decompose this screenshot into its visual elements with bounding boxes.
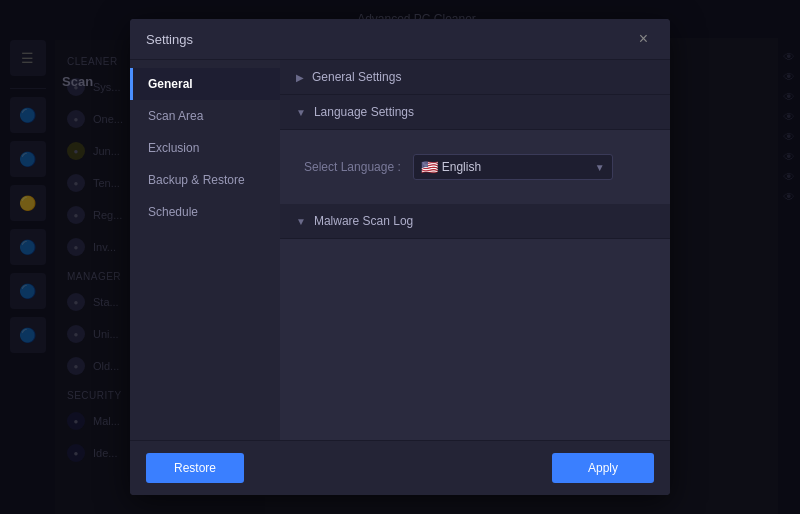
close-button[interactable]: ×: [633, 29, 654, 49]
language-settings-body: Select Language : 🇺🇸 English French Germ…: [280, 130, 670, 204]
language-select[interactable]: English French German Spanish Italian Po…: [413, 154, 613, 180]
malware-scan-log-chevron: ▼: [296, 216, 306, 227]
general-settings-label: General Settings: [312, 70, 401, 84]
general-settings-chevron: ▶: [296, 72, 304, 83]
malware-scan-log-body: [280, 239, 670, 359]
apply-button[interactable]: Apply: [552, 453, 654, 483]
settings-nav: General Scan Area Exclusion Backup & Res…: [130, 60, 280, 440]
language-settings-chevron: ▼: [296, 107, 306, 118]
settings-content: ▶ General Settings ▼ Language Settings S…: [280, 60, 670, 440]
nav-item-exclusion[interactable]: Exclusion: [130, 132, 280, 164]
settings-dialog: Settings × General Scan Area Exclusion B…: [130, 19, 670, 495]
modal-overlay: Settings × General Scan Area Exclusion B…: [0, 0, 800, 514]
language-settings-header[interactable]: ▼ Language Settings: [280, 95, 670, 130]
nav-item-schedule[interactable]: Schedule: [130, 196, 280, 228]
language-select-row: Select Language : 🇺🇸 English French Germ…: [300, 146, 650, 188]
malware-scan-log-header[interactable]: ▼ Malware Scan Log: [280, 204, 670, 239]
dialog-titlebar: Settings ×: [130, 19, 670, 60]
nav-item-scan-area[interactable]: Scan Area: [130, 100, 280, 132]
dialog-body: General Scan Area Exclusion Backup & Res…: [130, 60, 670, 440]
general-settings-header[interactable]: ▶ General Settings: [280, 60, 670, 95]
language-select-label: Select Language :: [304, 160, 401, 174]
nav-item-general[interactable]: General: [130, 68, 280, 100]
malware-scan-log-label: Malware Scan Log: [314, 214, 413, 228]
language-settings-label: Language Settings: [314, 105, 414, 119]
nav-item-backup-restore[interactable]: Backup & Restore: [130, 164, 280, 196]
dialog-title: Settings: [146, 32, 193, 47]
language-select-wrapper: 🇺🇸 English French German Spanish Italian…: [413, 154, 613, 180]
restore-button[interactable]: Restore: [146, 453, 244, 483]
dialog-footer: Restore Apply: [130, 440, 670, 495]
